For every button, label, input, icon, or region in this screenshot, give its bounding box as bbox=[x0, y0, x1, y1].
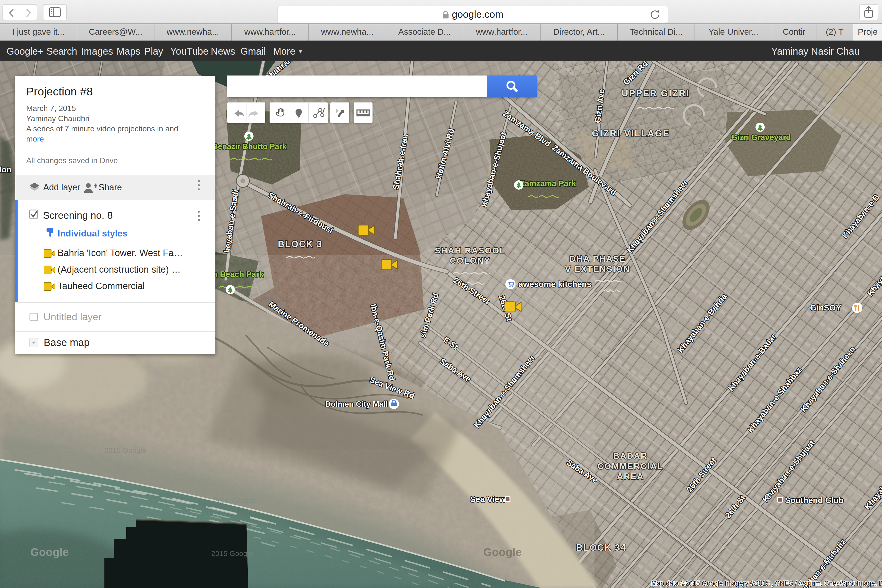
svg-text:COMMERCIAL: COMMERCIAL bbox=[597, 461, 663, 471]
svg-text:BLOCK 3: BLOCK 3 bbox=[278, 239, 322, 249]
svg-text:n Beach Park: n Beach Park bbox=[213, 270, 264, 279]
svg-text:2015 Google: 2015 Google bbox=[214, 496, 255, 504]
svg-text:Sea View: Sea View bbox=[470, 495, 506, 504]
svg-text:Google: Google bbox=[30, 546, 69, 558]
svg-text:GIZRI VILLAGE: GIZRI VILLAGE bbox=[592, 128, 670, 138]
svg-text:Map data ©2015 Google Imagery: Map data ©2015 Google Imagery ©2015 , CN… bbox=[651, 580, 882, 587]
svg-text:AREA: AREA bbox=[617, 471, 644, 481]
svg-text:COLONY: COLONY bbox=[450, 256, 490, 266]
svg-text:Gizri Graveyard: Gizri Graveyard bbox=[731, 133, 791, 142]
svg-text:GinSOY: GinSOY bbox=[810, 303, 842, 312]
svg-text:SHAH RASOOL: SHAH RASOOL bbox=[435, 246, 506, 255]
svg-text:awesome kitchens: awesome kitchens bbox=[519, 279, 591, 289]
svg-text:2015 Google: 2015 Google bbox=[104, 446, 146, 454]
svg-text:Dolmen City Mall: Dolmen City Mall bbox=[325, 400, 388, 408]
svg-text:BLOCK 34: BLOCK 34 bbox=[576, 543, 627, 552]
svg-text:Google: Google bbox=[483, 546, 522, 558]
svg-text:Benazir Bhutto Park: Benazir Bhutto Park bbox=[212, 142, 286, 151]
svg-text:BADAR: BADAR bbox=[613, 451, 647, 460]
svg-text:V EXTENSION: V EXTENSION bbox=[565, 264, 630, 274]
svg-text:UPPER GIZRI: UPPER GIZRI bbox=[622, 88, 690, 98]
svg-text:Southend Club: Southend Club bbox=[785, 495, 844, 505]
svg-text:2015 Google: 2015 Google bbox=[211, 549, 253, 557]
svg-text:Zamzama Park: Zamzama Park bbox=[520, 179, 576, 188]
svg-text:olon: olon bbox=[0, 165, 11, 174]
svg-text:DHA PHASE: DHA PHASE bbox=[570, 254, 626, 263]
